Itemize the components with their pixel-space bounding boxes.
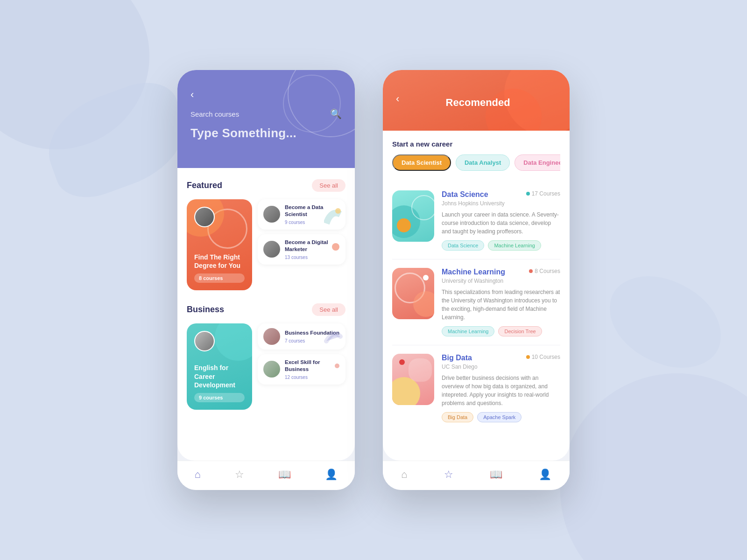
- featured-small-card-1[interactable]: Become a Data Scientist 9 courses: [258, 199, 345, 230]
- course-name-3: Big Data: [442, 354, 472, 362]
- thumb-deco-circle: [397, 218, 411, 232]
- search-icon[interactable]: 🔍: [330, 108, 342, 119]
- small-card-1-avatar: [263, 206, 280, 223]
- course-thumb-big-data: [392, 354, 434, 405]
- business-main-title: English for Career Development: [194, 364, 245, 389]
- course-info-ml: Machine Learning 8 Courses University of…: [442, 268, 560, 336]
- featured-small-card-2[interactable]: Become a Digital Marketer 13 courses: [258, 234, 345, 265]
- biz-deco-1: [324, 327, 343, 348]
- course-tag-data-science[interactable]: Data Science: [442, 240, 484, 251]
- course-count-1: 17 Courses: [526, 190, 560, 197]
- course-tag-ml-2[interactable]: Machine Learning: [442, 326, 494, 336]
- course-count-2: 8 Courses: [529, 268, 560, 274]
- course-thumb-data-science: [392, 190, 434, 242]
- biz-small-1-avatar: [263, 328, 280, 345]
- tag-data-scientist[interactable]: Data Scientist: [392, 154, 451, 171]
- course-thumb-ml: [392, 268, 434, 319]
- career-section-title: Start a new career: [392, 140, 560, 148]
- recommended-back-button[interactable]: ‹: [396, 93, 399, 105]
- course-tag-dt[interactable]: Decision Tree: [498, 326, 542, 336]
- course-desc-2: This specializations from leading resear…: [442, 288, 560, 322]
- featured-see-all-button[interactable]: See all: [312, 179, 345, 192]
- course-item-data-science[interactable]: Data Science 17 Courses Johns Hopkins Un…: [392, 182, 560, 259]
- tag-data-engineer[interactable]: Data Engineer: [514, 154, 560, 171]
- nav-star-button[interactable]: ☆: [235, 469, 244, 481]
- course-tags-1: Data Science Machine Learning: [442, 240, 560, 251]
- business-cards: English for Career Development 9 courses…: [187, 323, 345, 410]
- phones-container: ‹ Search courses 🔍 Type Something... Fea…: [177, 70, 570, 490]
- course-title-row-3: Big Data 10 Courses: [442, 354, 560, 362]
- nav2-star-button[interactable]: ☆: [444, 469, 453, 481]
- thumb-deco-red: [399, 359, 405, 365]
- phone1-bottom-nav: ⌂ ☆ 📖 👤: [177, 461, 355, 490]
- card-deco-1: [324, 207, 343, 228]
- business-small-card-1[interactable]: Business Foundation 7 courses: [258, 323, 345, 350]
- phone2-bottom-nav: ⌂ ☆ 📖 👤: [383, 461, 570, 490]
- nav2-user-button[interactable]: 👤: [539, 469, 551, 481]
- phone-search: ‹ Search courses 🔍 Type Something... Fea…: [177, 70, 355, 490]
- course-item-big-data[interactable]: Big Data 10 Courses UC San Diego Drive b…: [392, 345, 560, 431]
- tag-data-analyst[interactable]: Data Analyst: [456, 154, 510, 171]
- course-info-data-science: Data Science 17 Courses Johns Hopkins Un…: [442, 190, 560, 251]
- course-desc-3: Drive better business decisions with an …: [442, 374, 560, 407]
- featured-section-header: Featured See all: [187, 179, 345, 192]
- course-uni-1: Johns Hopkins University: [442, 200, 560, 207]
- course-item-machine-learning[interactable]: Machine Learning 8 Courses University of…: [392, 259, 560, 345]
- business-see-all-button[interactable]: See all: [312, 303, 345, 316]
- biz-small-2-avatar: [263, 361, 280, 378]
- phone-recommended: ‹ Recomended Start a new career Data Sci…: [383, 70, 570, 490]
- business-title: Business: [187, 305, 224, 315]
- nav2-book-button[interactable]: 📖: [490, 469, 502, 481]
- course-tag-ml-1[interactable]: Machine Learning: [488, 240, 541, 251]
- count-dot-3: [526, 355, 530, 359]
- svg-point-2: [335, 364, 339, 368]
- course-title-row-1: Data Science 17 Courses: [442, 190, 560, 199]
- business-main-card[interactable]: English for Career Development 9 courses: [187, 323, 252, 410]
- featured-cards: Find The Right Degree for You 8 courses …: [187, 199, 345, 290]
- business-avatar-img: [195, 332, 214, 350]
- search-header: ‹ Search courses 🔍 Type Something...: [177, 70, 355, 168]
- course-desc-1: Launch your career in data science. A Se…: [442, 210, 560, 236]
- count-dot-2: [529, 269, 533, 273]
- small-card-2-avatar: [263, 241, 280, 258]
- business-small-cards: Business Foundation 7 courses: [258, 323, 345, 410]
- card-deco-2: [324, 242, 343, 263]
- course-tag-big-data[interactable]: Big Data: [442, 412, 473, 422]
- nav-book-button[interactable]: 📖: [278, 469, 291, 481]
- course-count-3: 10 Courses: [526, 354, 560, 360]
- nav-user-button[interactable]: 👤: [325, 469, 338, 481]
- count-label-3: 10 Courses: [532, 354, 560, 360]
- featured-main-badge: 8 courses: [194, 273, 245, 283]
- phone1-body: Featured See all Find The Right Degree f…: [177, 168, 355, 461]
- business-small-card-2[interactable]: Excel Skill for Business 12 courses: [258, 354, 345, 385]
- recommended-title: Recomended: [399, 97, 557, 109]
- featured-title: Featured: [187, 181, 222, 190]
- count-label-1: 17 Courses: [532, 190, 560, 197]
- svg-point-1: [332, 243, 339, 251]
- svg-point-0: [335, 208, 341, 214]
- count-label-2: 8 Courses: [535, 268, 560, 274]
- course-uni-2: University of Washington: [442, 278, 560, 284]
- business-main-avatar: [194, 331, 215, 351]
- business-main-badge: 9 courses: [194, 393, 245, 402]
- featured-main-title: Find The Right Degree for You: [194, 253, 245, 270]
- thumb-deco-dot: [423, 275, 429, 280]
- business-section-header: Business See all: [187, 303, 345, 316]
- course-tags-3: Big Data Apache Spark: [442, 412, 560, 422]
- course-name-1: Data Science: [442, 190, 488, 199]
- nav-home-button[interactable]: ⌂: [195, 469, 201, 481]
- count-dot-1: [526, 192, 530, 196]
- search-label: Search courses: [190, 110, 239, 118]
- featured-main-card[interactable]: Find The Right Degree for You 8 courses: [187, 199, 252, 290]
- course-info-big-data: Big Data 10 Courses UC San Diego Drive b…: [442, 354, 560, 422]
- biz-deco-2: [324, 362, 343, 383]
- course-list: Data Science 17 Courses Johns Hopkins Un…: [392, 182, 560, 431]
- back-button[interactable]: ‹: [190, 89, 194, 101]
- course-tags-2: Machine Learning Decision Tree: [442, 326, 560, 336]
- course-title-row-2: Machine Learning 8 Courses: [442, 268, 560, 276]
- featured-main-avatar: [194, 207, 215, 227]
- nav2-home-button[interactable]: ⌂: [401, 469, 407, 481]
- phone2-body: Start a new career Data Scientist Data A…: [383, 131, 570, 461]
- course-uni-3: UC San Diego: [442, 364, 560, 370]
- course-tag-apache-spark[interactable]: Apache Spark: [477, 412, 521, 422]
